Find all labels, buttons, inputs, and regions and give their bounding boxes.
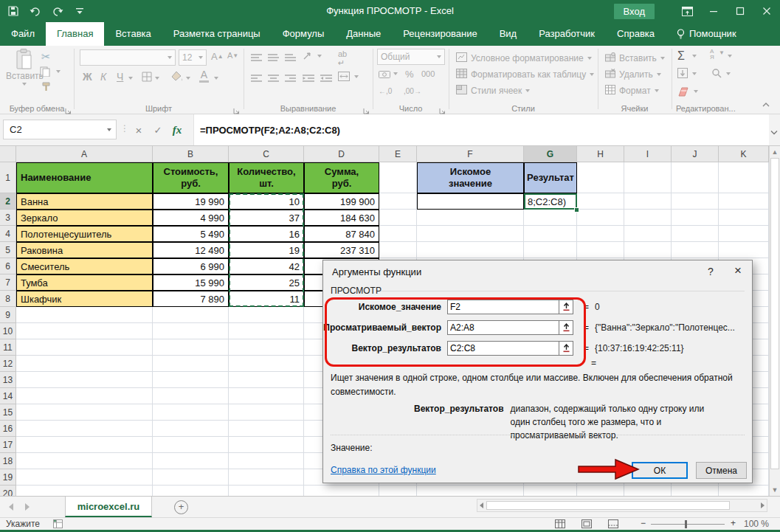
cell-A19[interactable] xyxy=(16,469,153,486)
cell-C14[interactable] xyxy=(229,388,304,404)
cell-J1[interactable] xyxy=(672,162,719,193)
decrease-indent-icon[interactable] xyxy=(303,72,314,86)
borders-icon[interactable] xyxy=(142,72,152,85)
row-header-17[interactable]: 17 xyxy=(0,437,16,453)
fill-handle[interactable] xyxy=(574,207,579,213)
cell-B2[interactable]: 19 990 xyxy=(153,193,229,210)
ribbon-display-options-icon[interactable] xyxy=(674,0,700,22)
clear-icon[interactable] xyxy=(677,86,689,100)
cell-B19[interactable] xyxy=(153,469,229,486)
paste-button[interactable]: Вставить xyxy=(6,49,44,86)
cell-K3[interactable] xyxy=(719,210,769,226)
scroll-down-icon[interactable]: ▼ xyxy=(770,486,780,494)
cell-G3[interactable] xyxy=(524,210,577,226)
row-header-9[interactable]: 9 xyxy=(0,307,16,323)
cell-E2[interactable] xyxy=(379,193,417,210)
cut-icon[interactable]: ✂ xyxy=(41,50,51,63)
orientation-icon[interactable] xyxy=(303,50,314,63)
number-format-combo[interactable]: Общий xyxy=(377,49,445,65)
cell-J20[interactable] xyxy=(672,486,719,496)
scroll-right-icon[interactable] xyxy=(761,502,765,508)
cell-K4[interactable] xyxy=(719,226,769,242)
cell-B12[interactable] xyxy=(153,356,229,372)
cell-B16[interactable] xyxy=(153,421,229,437)
cell-H2[interactable] xyxy=(577,193,624,210)
cell-D2[interactable]: 199 900 xyxy=(304,193,379,210)
cell-C3[interactable]: 37 xyxy=(229,210,304,226)
undo-icon[interactable] xyxy=(30,5,41,17)
align-center-icon[interactable] xyxy=(268,72,279,86)
cell-A15[interactable] xyxy=(16,404,153,421)
copy-dropdown[interactable] xyxy=(56,70,61,73)
cell-G4[interactable] xyxy=(524,226,577,242)
underline-button[interactable]: Ч xyxy=(117,71,123,83)
function-help-link[interactable]: Справка по этой функции xyxy=(331,465,436,475)
cancel-icon[interactable]: × xyxy=(130,120,148,139)
cell-H3[interactable] xyxy=(577,210,624,226)
col-header-E[interactable]: E xyxy=(379,146,417,162)
row-header-10[interactable]: 10 xyxy=(0,323,16,339)
cells-item-3[interactable]: Формат xyxy=(605,83,665,99)
cell-D4[interactable]: 87 840 xyxy=(304,226,379,242)
copy-icon[interactable] xyxy=(40,66,50,80)
tab-Вставка[interactable]: Вставка xyxy=(104,22,162,46)
cell-E1[interactable] xyxy=(379,162,417,193)
row-header-11[interactable]: 11 xyxy=(0,339,16,356)
find-dropdown[interactable] xyxy=(726,72,731,75)
scroll-up-icon[interactable]: ▲ xyxy=(770,148,780,156)
fill-down-icon[interactable] xyxy=(677,68,688,81)
font-size-combo[interactable]: 12 xyxy=(179,49,207,66)
cell-D3[interactable]: 184 630 xyxy=(304,210,379,226)
row-header-14[interactable]: 14 xyxy=(0,388,16,404)
collapse-dialog-icon[interactable] xyxy=(559,341,573,356)
grow-font-icon[interactable]: A▲ xyxy=(211,51,224,62)
comma-style-icon[interactable]: 000 xyxy=(421,69,435,78)
wrap-text-icon[interactable]: ab↵ xyxy=(338,49,347,68)
cell-A6[interactable]: Смеситель xyxy=(16,258,153,274)
cell-A20[interactable] xyxy=(16,486,153,496)
align-top-icon[interactable] xyxy=(251,52,262,65)
underline-dropdown[interactable] xyxy=(128,77,133,80)
cell-C1[interactable]: Количество, шт. xyxy=(229,162,304,193)
dialog-help-icon[interactable]: ? xyxy=(700,263,721,280)
font-color-icon[interactable]: A xyxy=(199,69,209,83)
cell-A8[interactable]: Шкафчик xyxy=(16,291,153,307)
scroll-left-icon[interactable] xyxy=(480,502,483,508)
enter-icon[interactable]: ✓ xyxy=(149,120,167,139)
tab-Разметка страницы[interactable]: Разметка страницы xyxy=(162,22,272,46)
tab-Данные[interactable]: Данные xyxy=(335,22,392,46)
row-header-13[interactable]: 13 xyxy=(0,372,16,388)
sheet-next-icon[interactable] xyxy=(25,503,30,511)
expand-formula-bar-icon[interactable] xyxy=(770,125,778,138)
row-header-7[interactable]: 7 xyxy=(0,274,16,291)
fill-color-icon[interactable] xyxy=(171,71,183,85)
col-header-B[interactable]: B xyxy=(153,146,229,162)
cell-B18[interactable] xyxy=(153,453,229,469)
cancel-button[interactable]: Отмена xyxy=(696,462,747,479)
tab-Вид[interactable]: Вид xyxy=(489,22,528,46)
autosum-icon[interactable]: Σ xyxy=(677,49,685,63)
decrease-decimal-icon[interactable]: ,00→ xyxy=(404,87,421,95)
borders-dropdown[interactable] xyxy=(155,77,159,80)
cell-C7[interactable]: 25 xyxy=(229,274,304,291)
accounting-dropdown[interactable] xyxy=(393,72,398,75)
row-header-18[interactable]: 18 xyxy=(0,453,16,469)
cell-A18[interactable] xyxy=(16,453,153,469)
argument-input-Искомое_значение[interactable] xyxy=(447,300,559,314)
tab-Формулы[interactable]: Формулы xyxy=(272,22,336,46)
ok-button[interactable]: ОК xyxy=(632,462,688,479)
format-painter-icon[interactable] xyxy=(41,81,51,94)
col-header-K[interactable]: K xyxy=(719,146,769,162)
normal-view-icon[interactable] xyxy=(555,519,565,531)
cell-C4[interactable]: 16 xyxy=(229,226,304,242)
cell-A7[interactable]: Тумба xyxy=(16,274,153,291)
cell-B14[interactable] xyxy=(153,388,229,404)
cell-A17[interactable] xyxy=(16,437,153,453)
cell-A9[interactable] xyxy=(16,307,153,323)
cell-H5[interactable] xyxy=(577,242,624,258)
col-header-F[interactable]: F xyxy=(417,146,524,162)
align-right-icon[interactable] xyxy=(285,72,296,86)
collapse-dialog-icon[interactable] xyxy=(559,320,573,335)
cell-F1[interactable]: Искомое значение xyxy=(417,162,524,193)
cell-K1[interactable] xyxy=(719,162,769,193)
